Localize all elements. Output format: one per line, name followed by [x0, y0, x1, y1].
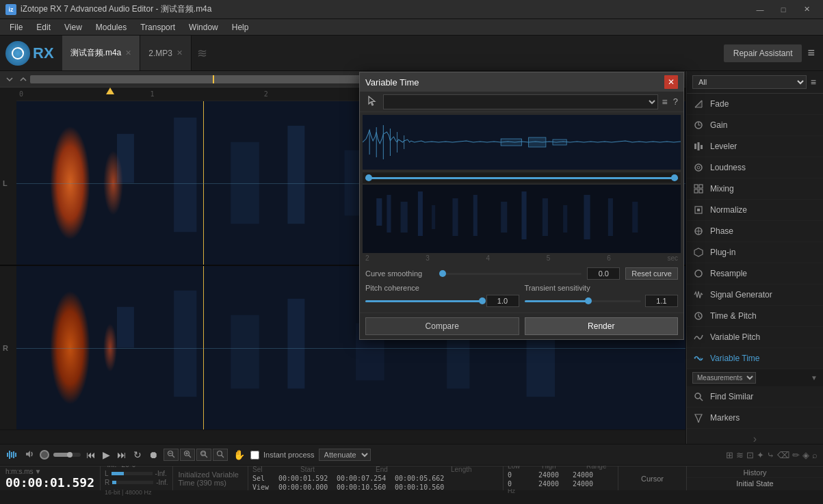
- meter-l-label: L: [105, 470, 109, 477]
- maximize-button[interactable]: □: [772, 3, 794, 16]
- panel-item-gain[interactable]: Gain: [687, 115, 823, 136]
- add-tab-button[interactable]: ≋: [192, 36, 213, 70]
- time-pitch-icon: [692, 310, 705, 322]
- tick-label-5: 5: [547, 254, 551, 262]
- record-button[interactable]: ⏺: [147, 448, 159, 462]
- svg-point-33: [695, 270, 702, 277]
- ruler-expand-right[interactable]: [16, 71, 30, 87]
- toolbar-search-icon[interactable]: ⌕: [812, 450, 818, 460]
- panel-item-phase-label: Phase: [710, 226, 733, 236]
- dialog-list-button[interactable]: ≡: [661, 95, 669, 109]
- volume-slider[interactable]: [53, 453, 81, 457]
- toolbar-move-icon[interactable]: ✦: [757, 450, 764, 460]
- panel-item-resample[interactable]: Resample: [687, 263, 823, 284]
- menu-transport[interactable]: Transport: [133, 19, 182, 35]
- panel-item-variable-time[interactable]: Variable Time: [687, 348, 823, 369]
- panel-item-mixing[interactable]: Mixing: [687, 178, 823, 200]
- dialog-help-button[interactable]: ?: [672, 95, 679, 108]
- close-button[interactable]: ✕: [796, 3, 818, 16]
- meter-r-label: R: [105, 479, 109, 486]
- volume-knob[interactable]: [40, 450, 49, 460]
- panel-item-plugin-label: Plug-in: [710, 248, 735, 257]
- menu-bar: File Edit View Modules Transport Window …: [0, 19, 823, 36]
- svg-marker-1: [106, 88, 114, 94]
- play-pause-button[interactable]: ▶: [101, 448, 112, 462]
- panel-filter-select[interactable]: All: [692, 75, 807, 89]
- measurements-select[interactable]: Measurements: [692, 372, 756, 384]
- menu-view[interactable]: View: [57, 19, 89, 35]
- attenuate-select[interactable]: Attenuate: [319, 449, 371, 461]
- zoom-in-button[interactable]: [180, 449, 195, 461]
- resample-icon: [692, 267, 705, 280]
- dialog-preset-select[interactable]: [383, 94, 658, 109]
- time-slider-container[interactable]: [363, 172, 681, 183]
- zoom-region-button[interactable]: [196, 449, 211, 461]
- menu-modules[interactable]: Modules: [89, 19, 133, 35]
- cursor-marker[interactable]: [106, 88, 114, 96]
- expand-more-button[interactable]: ›: [753, 433, 757, 444]
- panel-menu-button[interactable]: ≡: [809, 75, 818, 89]
- tab-file1-close[interactable]: ✕: [125, 49, 131, 57]
- pitch-coherence-value[interactable]: [486, 295, 519, 307]
- transient-sensitivity-value[interactable]: [645, 295, 678, 307]
- compare-button[interactable]: Compare: [365, 317, 519, 335]
- svg-rect-18: [694, 144, 696, 149]
- minimize-button[interactable]: —: [749, 3, 771, 16]
- toolbar-menu-button[interactable]: ≡: [805, 46, 818, 60]
- instant-process-checkbox[interactable]: [250, 451, 259, 460]
- track-r-label: R: [3, 344, 8, 352]
- stop-button[interactable]: ⏭: [116, 448, 128, 462]
- panel-item-fade[interactable]: Fade: [687, 94, 823, 115]
- transient-sensitivity-slider[interactable]: [525, 296, 642, 306]
- toolbar-grid-icon[interactable]: ⊞: [726, 450, 733, 460]
- menu-window[interactable]: Window: [182, 19, 225, 35]
- curve-smoothing-slider[interactable]: [439, 269, 582, 278]
- tick-label-2: 2: [365, 254, 369, 262]
- render-button[interactable]: Render: [525, 317, 679, 335]
- loop-button[interactable]: ↻: [132, 448, 143, 462]
- toolbar-wave-icon[interactable]: ≋: [736, 450, 744, 460]
- toolbar-lasso-icon[interactable]: ⤷: [767, 450, 774, 460]
- panel-item-time-pitch[interactable]: Time & Pitch: [687, 306, 823, 327]
- tab-file2-close[interactable]: ✕: [177, 49, 183, 57]
- toolbar-pencil-icon[interactable]: ✏: [792, 450, 800, 460]
- tab-file2[interactable]: 2.MP3 ✕: [140, 36, 192, 70]
- ruler-expand-left[interactable]: [3, 71, 16, 87]
- menu-edit[interactable]: Edit: [29, 19, 57, 35]
- pan-tool-button[interactable]: ✋: [232, 448, 246, 462]
- tab-file1[interactable]: 测试音频.m4a ✕: [62, 36, 141, 70]
- zoom-fit-button[interactable]: [213, 449, 228, 461]
- toolbar-select-icon[interactable]: ⊡: [746, 450, 754, 460]
- panel-item-leveler[interactable]: Leveler: [687, 136, 823, 157]
- dialog-close-button[interactable]: ✕: [664, 75, 678, 89]
- svg-rect-11: [174, 291, 196, 397]
- toolbar-eraser-icon[interactable]: ⌫: [777, 450, 789, 460]
- panel-item-markers[interactable]: Markers: [687, 408, 823, 429]
- tab-file2-label: 2.MP3: [148, 49, 172, 58]
- slider-right-handle[interactable]: [671, 174, 678, 181]
- panel-item-phase[interactable]: Phase: [687, 221, 823, 242]
- toolbar-spectrum-icon[interactable]: ◈: [802, 450, 809, 460]
- menu-help[interactable]: Help: [225, 19, 256, 35]
- repair-assistant-button[interactable]: Repair Assistant: [724, 44, 802, 62]
- panel-item-variable-pitch[interactable]: Variable Pitch: [687, 327, 823, 348]
- panel-item-plugin[interactable]: Plug-in: [687, 242, 823, 263]
- mute-button[interactable]: [23, 448, 36, 462]
- pitch-coherence-slider[interactable]: [365, 296, 482, 306]
- curve-smoothing-value[interactable]: [587, 267, 620, 280]
- dialog-tool-cursor[interactable]: [364, 94, 380, 109]
- svg-rect-23: [694, 185, 698, 188]
- panel-item-find-similar[interactable]: Find Similar: [687, 386, 823, 408]
- svg-rect-2: [117, 134, 134, 183]
- zoom-out-button[interactable]: [164, 449, 179, 461]
- tick-label-sec: sec: [667, 254, 678, 262]
- panel-item-normalize[interactable]: Normalize: [687, 200, 823, 221]
- reset-curve-button[interactable]: Reset curve: [625, 267, 678, 280]
- panel-item-signal-gen[interactable]: Signal Generator: [687, 284, 823, 306]
- status-message-section: Initialized Variable Time (390 ms): [173, 470, 248, 487]
- menu-file[interactable]: File: [3, 19, 29, 35]
- slider-left-handle[interactable]: [365, 174, 372, 181]
- panel-expand-more[interactable]: ›: [687, 429, 823, 444]
- panel-item-loudness[interactable]: Loudness: [687, 157, 823, 178]
- go-to-start-button[interactable]: ⏮: [85, 448, 97, 462]
